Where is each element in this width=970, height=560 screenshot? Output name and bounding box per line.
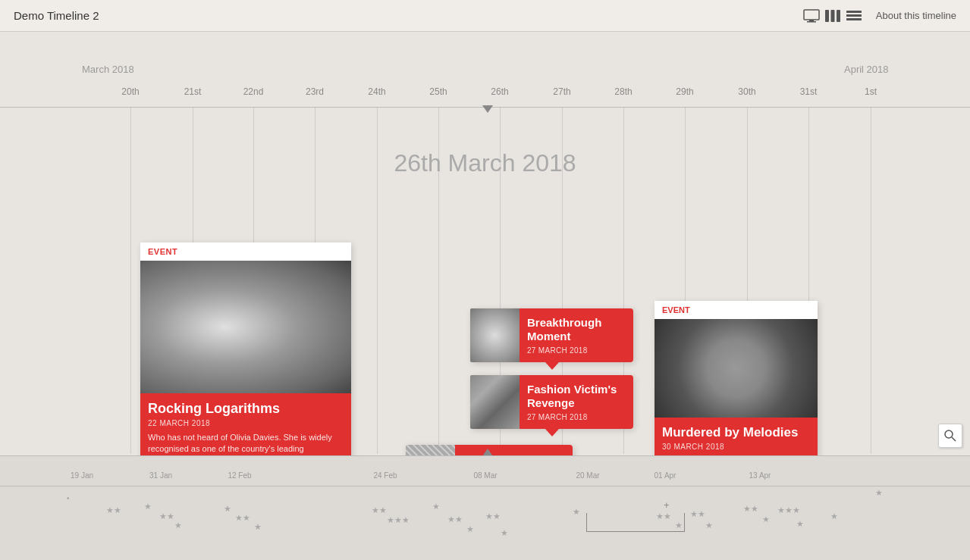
star-24: ★ <box>830 512 838 521</box>
star-1: ★★ <box>106 505 121 515</box>
fashion-content: Fashion Victim's Revenge 27 MARCH 2018 <box>520 375 633 429</box>
svg-rect-1 <box>809 20 814 21</box>
current-position-marker <box>482 105 493 113</box>
murdered-image-visual <box>655 319 818 418</box>
rocking-image-visual <box>140 261 351 393</box>
star-23: ★ <box>796 519 804 529</box>
event-card-rocking[interactable]: EVENT Rocking Logarithms 22 MARCH 2018 W… <box>140 242 351 486</box>
star-19: ★ <box>705 521 713 530</box>
timeline-area: March 2018 April 2018 20th 21st 22nd 23r… <box>0 32 970 560</box>
star-7: ★ <box>254 522 262 532</box>
breakthrough-thumb <box>470 308 520 362</box>
tick-28: 28th <box>614 86 632 97</box>
mini-dot-left: • <box>67 494 70 502</box>
star-14: ★ <box>501 528 508 538</box>
card-rocking-label: EVENT <box>140 242 351 261</box>
fashion-title: Fashion Victim's Revenge <box>527 383 626 410</box>
svg-line-10 <box>952 437 956 441</box>
breakthrough-pointer <box>545 362 559 370</box>
search-icon <box>943 429 957 443</box>
svg-rect-5 <box>837 10 840 22</box>
star-plus: + <box>664 499 670 511</box>
month-labels: March 2018 April 2018 <box>0 64 970 86</box>
star-13: ★★ <box>485 512 501 521</box>
mini-bracket-marker <box>586 513 685 532</box>
svg-rect-2 <box>807 21 816 23</box>
event-card-breakthrough[interactable]: Breakthrough Moment 27 MARCH 2018 <box>470 308 633 362</box>
tick-22: 22nd <box>243 86 264 97</box>
svg-rect-4 <box>830 10 834 22</box>
murdered-title: Murdered by Melodies <box>662 425 810 440</box>
svg-rect-6 <box>846 11 862 13</box>
murdered-image <box>655 319 818 418</box>
mini-ruler: 19 Jan 31 Jan 12 Feb 24 Feb 08 Mar 20 Ma… <box>0 471 970 486</box>
header: Demo Timeline 2 <box>0 0 970 32</box>
fashion-image <box>470 375 520 429</box>
mini-date-20mar: 20 Mar <box>576 471 599 480</box>
svg-rect-7 <box>846 14 862 17</box>
column-view-icon[interactable] <box>824 9 841 23</box>
list-view-icon[interactable] <box>846 9 862 23</box>
mini-date-08mar: 08 Mar <box>473 471 497 480</box>
app-title: Demo Timeline 2 <box>14 9 99 22</box>
svg-rect-3 <box>825 10 829 22</box>
star-11: ★★ <box>447 515 463 524</box>
card-rocking-date: 22 MARCH 2018 <box>148 419 344 427</box>
card-murdered-label: EVENT <box>655 301 818 319</box>
grid-line-20 <box>130 108 131 454</box>
date-ruler: 20th 21st 22nd 23rd 24th 25th 26th 27th … <box>0 86 970 108</box>
star-12: ★ <box>466 524 474 534</box>
breakthrough-image <box>470 308 520 362</box>
tick-23: 23rd <box>306 86 324 97</box>
star-18: ★★ <box>690 509 705 519</box>
star-4: ★ <box>174 521 182 530</box>
star-9: ★★★ <box>387 515 410 525</box>
star-2: ★ <box>144 502 152 512</box>
fashion-date: 27 MARCH 2018 <box>527 413 626 421</box>
star-22: ★★★ <box>777 505 800 515</box>
fashion-thumb <box>470 375 520 429</box>
star-21: ★ <box>762 515 770 524</box>
mini-date-24feb: 24 Feb <box>373 471 397 480</box>
star-3: ★★ <box>159 512 174 521</box>
mini-events-area: ★★ ★ ★★ ★ ★ ★★ ★ ★★ ★★★ ★ ★★ ★ ★★ ★ ★ + … <box>0 490 970 551</box>
card-rocking-image <box>140 261 351 393</box>
svg-rect-8 <box>846 18 862 20</box>
mini-date-12feb: 12 Feb <box>228 471 251 480</box>
star-15: ★ <box>573 507 580 517</box>
monitor-view-icon[interactable] <box>803 9 820 23</box>
tick-25: 25th <box>429 86 447 97</box>
tick-29: 29th <box>676 86 693 97</box>
tick-20: 20th <box>121 86 139 97</box>
murdered-date: 30 MARCH 2018 <box>662 443 810 451</box>
tick-21: 21st <box>184 86 202 97</box>
breakthrough-date: 27 MARCH 2018 <box>527 346 626 355</box>
tick-26: 26th <box>491 86 508 97</box>
star-6: ★★ <box>235 513 250 523</box>
star-20: ★★ <box>743 504 758 514</box>
star-8: ★★ <box>372 505 387 515</box>
tick-1: 1st <box>865 86 877 97</box>
mini-date-31jan: 31 Jan <box>149 471 172 480</box>
grid-line-24 <box>377 108 378 454</box>
tick-31: 31st <box>800 86 818 97</box>
month-april: April 2018 <box>844 64 889 75</box>
mini-date-13apr: 13 Apr <box>749 471 771 480</box>
breakthrough-content: Breakthrough Moment 27 MARCH 2018 <box>520 308 633 362</box>
card-rocking-title: Rocking Logarithms <box>148 401 344 417</box>
star-5: ★ <box>224 504 231 514</box>
view-icons <box>803 9 862 23</box>
about-link[interactable]: About this timeline <box>876 10 956 21</box>
center-date-display: 26th March 2018 <box>394 149 576 177</box>
mini-timeline[interactable]: 19 Jan 31 Jan 12 Feb 24 Feb 08 Mar 20 Ma… <box>0 455 970 560</box>
event-card-fashion[interactable]: Fashion Victim's Revenge 27 MARCH 2018 <box>470 375 633 429</box>
zoom-button[interactable] <box>938 424 962 448</box>
mini-dot-right: ★ <box>875 488 883 498</box>
tick-30: 30th <box>738 86 755 97</box>
tick-24: 24th <box>368 86 385 97</box>
grid-line-1apr <box>871 108 871 454</box>
header-controls: About this timeline <box>803 9 956 23</box>
mini-date-19jan: 19 Jan <box>71 471 93 480</box>
month-march: March 2018 <box>82 64 134 75</box>
mini-date-01apr: 01 Apr <box>655 471 676 480</box>
